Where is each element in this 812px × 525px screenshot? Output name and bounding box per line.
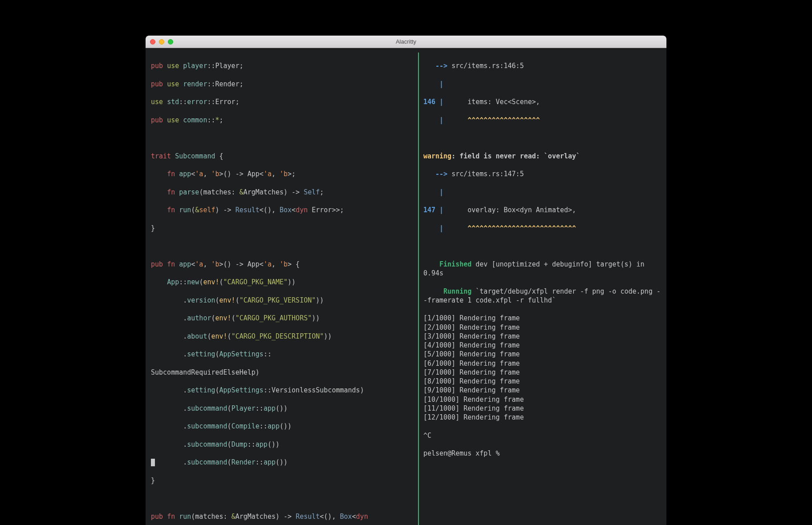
code-line: .subcommand(Compile::app())	[151, 422, 414, 431]
output-line: Finished dev [unoptimized + debuginfo] t…	[423, 260, 661, 278]
output-line: [11/1000] Rendering frame	[423, 404, 661, 413]
output-line: ^C	[423, 431, 661, 440]
code-line: .version(env!("CARGO_PKG_VERSION"))	[151, 296, 414, 305]
output-line: 146 | items: Vec<Scene>,	[423, 97, 661, 106]
output-line: 147 | overlay: Box<dyn Animated>,	[423, 206, 661, 214]
output-line: [3/1000] Rendering frame	[423, 332, 661, 341]
code-line: .subcommand(Render::app())	[151, 458, 414, 467]
output-line: [4/1000] Rendering frame	[423, 341, 661, 350]
output-line: | ^^^^^^^^^^^^^^^^^^^^^^^^^^^	[423, 224, 661, 233]
output-line: | ^^^^^^^^^^^^^^^^^^	[423, 116, 661, 125]
output-line: [7/1000] Rendering frame	[423, 368, 661, 377]
output-line: |	[423, 80, 661, 89]
code-line: .setting(AppSettings::VersionlessSubcomm…	[151, 386, 414, 395]
code-line: pub fn app<'a, 'b>() -> App<'a, 'b> {	[151, 260, 414, 269]
output-line: |	[423, 188, 661, 197]
left-pane-vim[interactable]: pub use player::Player; pub use render::…	[151, 52, 416, 525]
output-line: --> src/items.rs:147:5	[423, 170, 661, 178]
code-line: App::new(env!("CARGO_PKG_NAME"))	[151, 278, 414, 287]
output-line: [8/1000] Rendering frame	[423, 377, 661, 386]
code-line: .subcommand(Player::app())	[151, 404, 414, 413]
output-line: [9/1000] Rendering frame	[423, 386, 661, 395]
code-line: .about(env!("CARGO_PKG_DESCRIPTION"))	[151, 332, 414, 341]
code-line: .setting(AppSettings::	[151, 350, 414, 359]
output-line: [1/1000] Rendering frame	[423, 314, 661, 323]
code-line: pub use common::*;	[151, 116, 414, 125]
pane-divider[interactable]	[418, 52, 419, 525]
output-line: --> src/items.rs:146:5	[423, 61, 661, 70]
titlebar[interactable]: Alacritty	[146, 36, 666, 48]
shell-prompt[interactable]: pelsen@Remus xfpl %	[423, 449, 661, 458]
code-line: SubcommandRequiredElseHelp)	[151, 368, 414, 377]
code-line: pub fn run(matches: &ArgMatches) -> Resu…	[151, 512, 414, 521]
output-line: [6/1000] Rendering frame	[423, 359, 661, 368]
code-line: fn app<'a, 'b>() -> App<'a, 'b>;	[151, 170, 414, 178]
output-line: warning: field is never read: `overlay`	[423, 152, 661, 161]
code-line: }	[151, 224, 414, 233]
code-line: fn parse(matches: &ArgMatches) -> Self;	[151, 188, 414, 197]
code-line: .subcommand(Dump::app())	[151, 440, 414, 449]
code-line: }	[151, 476, 414, 485]
code-line: .author(env!("CARGO_PKG_AUTHORS"))	[151, 314, 414, 323]
output-line: [2/1000] Rendering frame	[423, 323, 661, 332]
output-line: [10/1000] Rendering frame	[423, 395, 661, 404]
window-title: Alacritty	[146, 38, 666, 45]
output-line: [5/1000] Rendering frame	[423, 350, 661, 359]
code-line: fn run(&self) -> Result<(), Box<dyn Erro…	[151, 206, 414, 214]
right-pane-shell[interactable]: --> src/items.rs:146:5 | 146 | items: Ve…	[421, 52, 661, 525]
code-line: trait Subcommand {	[151, 152, 414, 161]
terminal-body[interactable]: pub use player::Player; pub use render::…	[146, 48, 666, 525]
terminal-window: Alacritty pub use player::Player; pub us…	[146, 36, 666, 525]
code-line: pub use player::Player;	[151, 61, 414, 70]
output-line: [12/1000] Rendering frame	[423, 413, 661, 422]
code-line: use std::error::Error;	[151, 97, 414, 106]
output-line: Running `target/debug/xfpl render -f png…	[423, 287, 661, 305]
code-line: pub use render::Render;	[151, 80, 414, 89]
